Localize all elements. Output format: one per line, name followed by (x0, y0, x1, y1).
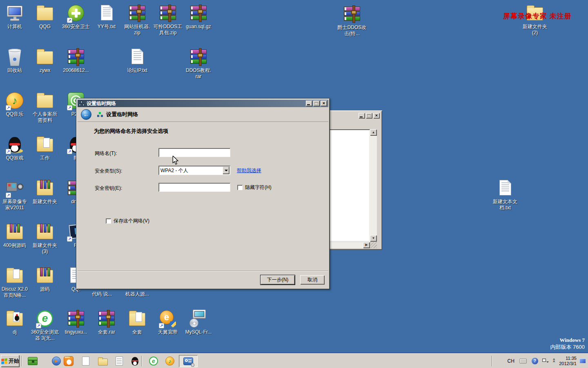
desktop-icon[interactable]: ↗QQ游戏 (0, 135, 32, 161)
security-key-input[interactable] (158, 183, 230, 192)
folder-icon (35, 92, 55, 110)
desktop-icon[interactable]: 回收站 (0, 48, 32, 74)
360-browser-icon[interactable]: e (148, 355, 159, 367)
desktop-icon-label: 20068612... (59, 67, 93, 74)
hide-characters-option[interactable]: 隐藏字符(H) (237, 184, 272, 191)
desktop-icon[interactable]: 全套 (120, 310, 154, 335)
network-name-input[interactable] (158, 148, 230, 157)
rar-icon (158, 4, 178, 23)
mysql-icon (189, 310, 208, 328)
dialog-heading: 为您的网络命名并选择安全选项 (94, 128, 168, 135)
desktop-icon[interactable]: 可怜DDOS工 具包.zip (151, 4, 185, 36)
scroll-down-button[interactable]: ▼ (370, 235, 377, 242)
desktop-icon[interactable]: 个人备案所 需资料 (28, 92, 62, 123)
desktop-icon[interactable]: 工作 (28, 135, 62, 161)
txt-icon (97, 4, 116, 23)
music-icon[interactable]: ♪ (164, 355, 176, 367)
display-tray-icon[interactable] (579, 358, 586, 364)
security-type-select[interactable]: WPA2 - 个人 (158, 166, 230, 175)
desktop-icon[interactable]: zywx (28, 48, 62, 74)
desktop-icon[interactable]: DDOS教程. rar (181, 48, 216, 80)
desktop-icon[interactable]: e↗360安全浏览 器 3(无... (28, 310, 62, 341)
desktop-icon[interactable]: e↗天翼宽带 (151, 310, 185, 335)
help-icon[interactable]: ? (532, 358, 538, 364)
resize-grip[interactable] (370, 242, 377, 248)
maximize-button[interactable] (313, 101, 320, 106)
close-button[interactable]: × (373, 113, 380, 119)
360-chest-icon[interactable] (27, 355, 38, 367)
desktop-icon[interactable]: 源码 (28, 267, 62, 292)
close-button[interactable]: × (321, 101, 327, 106)
desktop-icon[interactable]: 20068612... (59, 48, 93, 74)
desktop-icon[interactable]: 论坛IP.txt (120, 48, 154, 74)
desktop-icon-label: zywx (28, 67, 62, 74)
expand-tray-icon[interactable]: ^^ (553, 359, 555, 363)
scroll-up-button[interactable]: ▲ (370, 129, 377, 136)
help-me-choose-link[interactable]: 帮助我选择 (237, 167, 261, 174)
active-task-button-network-dialog[interactable] (179, 355, 198, 367)
desktop-icon[interactable]: 爵士DDOS攻 击(特... (335, 5, 369, 37)
start-button[interactable]: 开始 (1, 355, 20, 367)
language-indicator[interactable]: CH (508, 358, 514, 364)
desktop-icon-label: 全套 (120, 329, 154, 335)
desktop-icon[interactable]: ↗360安全卫士 (59, 4, 93, 30)
clock[interactable]: 11:35 2012/3/1 (559, 356, 577, 366)
windows-build-text: 内部版本 7600 (550, 343, 585, 351)
mouse-cursor (172, 156, 179, 166)
tianyi-icon: e↗ (158, 310, 178, 328)
restore-window-icon[interactable] (542, 359, 548, 364)
desktop-icon[interactable]: 计算机 (0, 4, 32, 30)
desktop-icon[interactable]: 网站挂机器. zip (120, 4, 154, 36)
save-network-checkbox[interactable] (106, 218, 111, 224)
desktop-icon-label: MySQL-Fr... (181, 329, 216, 335)
desktop-icon[interactable]: 新建文本文 档.txt (488, 179, 522, 211)
desktop-icon-label: 工作 (28, 155, 62, 161)
folder-books-icon (35, 179, 55, 198)
explorer-folder-icon[interactable] (97, 355, 109, 367)
desktop-icon[interactable]: tingyuxu... (59, 310, 93, 335)
document-icon[interactable] (80, 355, 91, 367)
tray-time: 11:35 (566, 356, 577, 361)
txt-icon (127, 48, 147, 67)
back-button[interactable]: ← (81, 109, 91, 120)
desktop-icon[interactable]: dj (0, 310, 32, 335)
chevron-down-icon[interactable] (223, 166, 229, 174)
qq-icon[interactable] (129, 355, 140, 367)
next-button[interactable]: 下一步(N) (261, 275, 295, 285)
scroll-right-button[interactable]: ▶ (363, 242, 370, 248)
desktop-icon[interactable]: QQG (28, 4, 62, 30)
maximize-button[interactable] (366, 113, 372, 119)
desktop-icon[interactable]: guan.sql.gz (181, 4, 216, 30)
network-name-label: 网络名(T): (95, 150, 117, 157)
hide-characters-checkbox[interactable] (237, 185, 243, 190)
desktop-icon[interactable]: Discuz X2.0 首页N格... (0, 267, 32, 298)
media-player-icon[interactable]: ► (51, 355, 62, 367)
pps-icon[interactable] (63, 355, 74, 367)
desktop-icon[interactable]: YY号.txt (89, 4, 124, 30)
save-network-option[interactable]: 保存这个网络(V) (106, 218, 149, 224)
desktop-icon[interactable]: 新建文件夹 (3) (28, 223, 62, 255)
desktop-icon[interactable]: ↗屏幕录像专 家V2011 (0, 179, 32, 211)
desktop-icon[interactable]: 400例源码 (0, 223, 32, 249)
shortcut-arrow-icon: ↗ (67, 18, 72, 23)
shortcut-arrow-icon: ↗ (6, 149, 11, 154)
keyboard-icon[interactable] (519, 359, 527, 364)
vertical-scrollbar[interactable]: ▲ ▼ (370, 129, 377, 242)
desktop-icon[interactable]: MySQL-Fr... (181, 310, 216, 335)
minimize-button[interactable] (306, 101, 312, 106)
desktop-icon-label: 新建文件夹 (28, 199, 62, 205)
desktop-icon[interactable]: 新建文件夹 (28, 179, 62, 205)
desktop-icon[interactable]: 全套.rar (89, 310, 124, 335)
notepad-icon[interactable] (114, 355, 125, 367)
desktop-icon-label: guan.sql.gz (181, 24, 216, 30)
minimize-button[interactable] (359, 113, 365, 119)
rar-icon (97, 310, 116, 328)
taskbar-separator (141, 356, 142, 366)
shortcut-arrow-icon: ↗ (159, 323, 164, 328)
desktop-icon-label: 论坛IP.txt (120, 67, 154, 74)
cancel-button[interactable]: 取消 (300, 275, 325, 285)
desktop-icon-label: 新建文本文 档.txt (488, 199, 522, 211)
dialog-titlebar[interactable]: 设置临时网络 × (78, 100, 328, 107)
recycle-icon (5, 48, 24, 67)
desktop-icon[interactable]: ♪↗QQ音乐 (0, 92, 32, 117)
